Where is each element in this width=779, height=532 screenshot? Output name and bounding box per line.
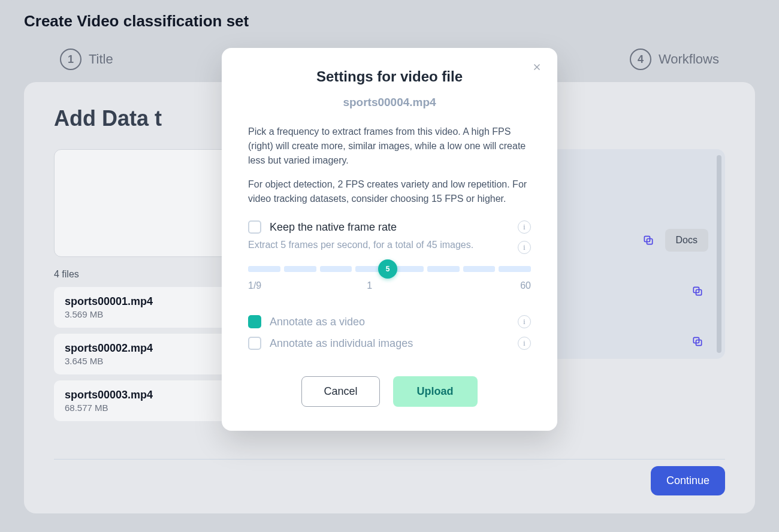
annotate-video-checkbox[interactable]	[248, 315, 261, 328]
annotate-images-checkbox[interactable]	[248, 337, 261, 350]
keep-native-label: Keep the native frame rate	[270, 221, 397, 234]
info-icon[interactable]: i	[518, 315, 531, 328]
annotate-video-label: Annotate as a video	[270, 316, 365, 328]
slider-max-label: 60	[520, 280, 531, 291]
annotate-images-label: Annotate as individual images	[270, 337, 413, 350]
modal-description-2: For object detection, 2 FPS creates vari…	[248, 177, 531, 206]
video-settings-modal: Settings for video file sports00004.mp4 …	[222, 48, 557, 431]
slider-mid-label: 1	[367, 280, 372, 291]
modal-overlay: Settings for video file sports00004.mp4 …	[0, 0, 779, 532]
info-icon[interactable]: i	[518, 337, 531, 350]
info-icon[interactable]: i	[518, 241, 531, 254]
extract-summary: Extract 5 frames per second, for a total…	[248, 240, 473, 250]
slider-min-label: 1/9	[248, 280, 261, 291]
upload-button[interactable]: Upload	[393, 376, 478, 407]
fps-slider[interactable]: 5 1/9 1 60	[248, 266, 531, 291]
slider-thumb[interactable]: 5	[378, 259, 397, 279]
modal-filename: sports00004.mp4	[248, 96, 531, 109]
info-icon[interactable]: i	[518, 220, 531, 234]
cancel-button[interactable]: Cancel	[301, 376, 379, 407]
close-icon[interactable]	[530, 60, 544, 74]
keep-native-checkbox[interactable]	[248, 220, 261, 234]
modal-title: Settings for video file	[248, 68, 531, 85]
modal-description-1: Pick a frequency to extract frames from …	[248, 125, 531, 168]
